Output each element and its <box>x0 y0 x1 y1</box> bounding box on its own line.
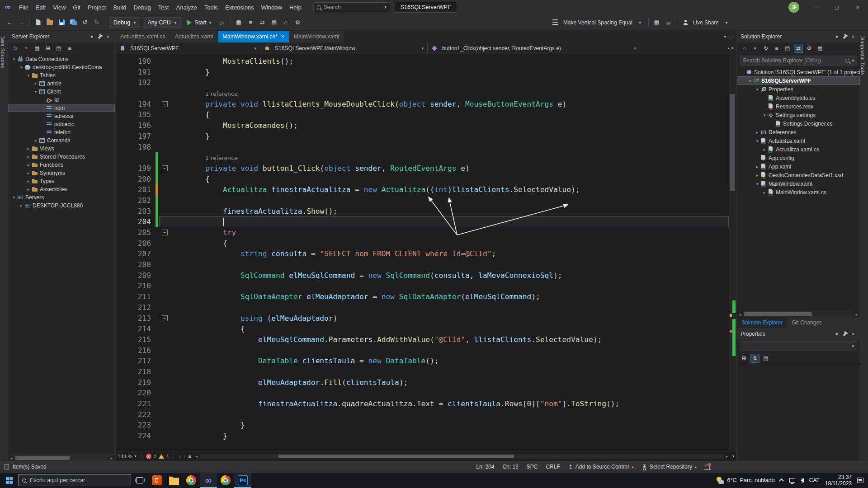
expand-arrow-icon[interactable]: ▸ <box>33 138 39 143</box>
code-text[interactable]: { <box>170 174 729 185</box>
editor-tab-actualitza-xaml-cs[interactable]: Actualitza.xaml.cs <box>116 31 170 42</box>
breadcrumb-class[interactable]: S16SQLServerWPF.MainWindow <box>260 42 428 54</box>
add-connection-icon[interactable] <box>43 44 52 53</box>
expand-arrow-icon[interactable]: ▸ <box>25 146 32 151</box>
expand-arrow-icon[interactable]: ▸ <box>25 171 32 175</box>
breakpoint-margin[interactable] <box>116 291 127 302</box>
show-all-files-icon[interactable] <box>233 17 245 28</box>
code-text[interactable] <box>170 366 729 377</box>
code-text[interactable]: Actualitza finestraActualitza = new Actu… <box>170 184 729 195</box>
user-avatar[interactable]: JF <box>788 2 799 13</box>
code-text[interactable]: 1 reference <box>170 88 729 99</box>
code-text[interactable]: { <box>170 324 729 334</box>
stop-refresh-icon[interactable] <box>22 44 31 53</box>
breakpoint-margin[interactable] <box>116 77 127 88</box>
editor-tab-mainwindow-xaml-cs[interactable]: MainWindow.xaml.cs*× <box>218 31 289 42</box>
collapse-arrow-icon[interactable]: ▾ <box>754 139 760 143</box>
solution-explorer-item-app-config[interactable]: App.config <box>737 154 860 162</box>
solution-explorer-item-gestiocomandesdataset1-xsd[interactable]: ▸GestioComandesDataSet1.xsd <box>737 171 860 179</box>
close-tab-icon[interactable]: × <box>281 33 284 40</box>
list-icon[interactable] <box>663 17 675 28</box>
collapse-arrow-icon[interactable]: ▾ <box>11 57 17 61</box>
chevron-down-icon[interactable] <box>634 46 636 51</box>
solution-explorer-search[interactable]: Search Solution Explorer (Ctrl+;) <box>740 56 857 66</box>
menu-extensions[interactable]: Extensions <box>222 0 258 14</box>
code-text[interactable]: private void llistaClients_MouseDoubleCl… <box>170 99 729 110</box>
breakpoint-margin[interactable] <box>116 227 127 238</box>
solution-platform-dropdown[interactable]: Any CPU <box>143 17 181 28</box>
breakpoint-margin[interactable] <box>116 67 127 78</box>
server-explorer-item-desktop-jccl880-gestiocoma[interactable]: ▾desktop-jccl880.GestioComa <box>8 63 115 71</box>
global-search-box[interactable]: Search <box>313 2 390 12</box>
server-explorer-item-stored-procedures[interactable]: ▸Stored Procedures <box>8 153 115 161</box>
code-text[interactable]: string consulta = "SELECT nom FROM CLIEN… <box>170 249 729 259</box>
breakpoint-margin[interactable] <box>116 366 127 377</box>
breakpoint-margin[interactable] <box>116 174 127 185</box>
menu-help[interactable]: Help <box>286 0 305 14</box>
code-text[interactable]: MostraComandes(); <box>170 120 729 131</box>
breakpoint-margin[interactable] <box>116 195 127 206</box>
collapse-arrow-icon[interactable]: ▾ <box>18 65 24 70</box>
diagnostic-tools-tab[interactable]: Diagnostic Tools <box>860 31 868 461</box>
code-text[interactable]: } <box>170 431 729 441</box>
code-text[interactable] <box>170 409 729 420</box>
server-explorer-item-poblacio[interactable]: poblacio <box>8 120 115 128</box>
language-indicator[interactable]: CAT <box>809 477 820 483</box>
office-taskbar-icon[interactable] <box>148 473 165 488</box>
expand-arrow-icon[interactable]: ▸ <box>754 173 760 178</box>
breakpoint-margin[interactable] <box>116 270 127 281</box>
window-position-icon[interactable] <box>833 330 841 338</box>
error-count-icon[interactable] <box>146 454 151 459</box>
code-text[interactable]: { <box>170 109 729 120</box>
menu-window[interactable]: Window <box>258 0 286 14</box>
server-explorer-item-adressa[interactable]: adressa <box>8 112 115 120</box>
nav-bar-scroll-icon[interactable] <box>728 46 730 50</box>
home-icon[interactable] <box>280 17 292 28</box>
breakpoint-margin[interactable] <box>116 399 127 409</box>
collapse-region-icon[interactable]: − <box>162 101 168 107</box>
window-position-icon[interactable] <box>833 33 841 41</box>
chevron-down-icon[interactable] <box>634 17 646 28</box>
breakpoint-margin[interactable] <box>116 281 127 291</box>
solution-explorer-item-references[interactable]: ▸References <box>737 128 860 136</box>
code-editor[interactable]: 190 MostraClients();191 }192 1 reference… <box>116 54 736 451</box>
close-button[interactable] <box>847 0 868 14</box>
editor-hscrollbar[interactable] <box>193 454 730 459</box>
search-dropdown-icon[interactable] <box>384 5 387 9</box>
start-without-debugging-icon[interactable] <box>216 17 228 28</box>
panel-tab-solution-explorer[interactable]: Solution Explorer <box>737 317 787 328</box>
code-text[interactable]: DataTable clientsTaula = new DataTable()… <box>170 356 729 366</box>
solution-explorer-item-actualitza-xaml[interactable]: ▾Actualitza.xaml <box>737 136 860 145</box>
breadcrumb-method[interactable]: button1_Click(object sender, RoutedEvent… <box>428 42 640 54</box>
properties-object-dropdown[interactable] <box>740 341 857 351</box>
code-text[interactable]: { <box>170 238 729 249</box>
expand-arrow-icon[interactable]: ▸ <box>761 147 768 152</box>
photoshop-taskbar-icon[interactable] <box>234 473 251 488</box>
server-explorer-hscrollbar[interactable] <box>8 455 115 461</box>
menu-tools[interactable]: Tools <box>201 0 222 14</box>
server-explorer-item-desktop-jccl880[interactable]: ▸DESKTOP-JCCL880 <box>8 202 115 210</box>
breakpoint-margin[interactable] <box>116 88 127 99</box>
breakpoint-margin[interactable] <box>116 216 127 227</box>
editor-options-icon[interactable] <box>188 454 191 459</box>
navigate-forward-icon[interactable] <box>15 17 27 28</box>
editor-vscrollbar[interactable] <box>729 54 736 451</box>
breakpoint-margin[interactable] <box>116 345 127 356</box>
breakpoint-margin[interactable] <box>116 109 127 120</box>
code-text[interactable] <box>170 388 729 399</box>
sync-with-active-document-icon[interactable] <box>794 44 803 53</box>
breakpoint-margin[interactable] <box>116 334 127 345</box>
clock[interactable]: 23:37 18/11/2023 <box>825 474 852 487</box>
breakpoint-margin[interactable] <box>116 120 127 131</box>
window-position-icon[interactable] <box>88 33 96 41</box>
add-to-source-control-button[interactable]: Add to Source Control <box>568 464 633 470</box>
vertical-spacing-button[interactable] <box>550 17 561 28</box>
pin-icon[interactable] <box>96 33 104 41</box>
data-sources-tab[interactable]: Data Sources <box>0 31 8 461</box>
collapse-all-icon[interactable] <box>772 44 781 53</box>
scroll-left-icon[interactable] <box>193 454 200 459</box>
show-all-files-icon[interactable] <box>783 44 792 53</box>
code-text[interactable]: } <box>170 420 729 431</box>
breakpoint-margin[interactable] <box>116 238 127 249</box>
server-explorer-item-comanda[interactable]: ▸Comanda <box>8 136 115 145</box>
